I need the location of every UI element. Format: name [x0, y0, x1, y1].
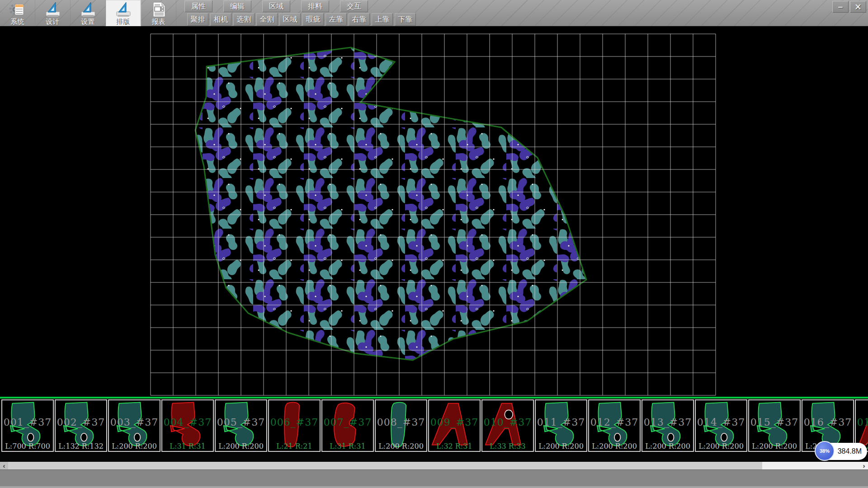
pattern-thumbnail[interactable]: 002_#37 L:132 R:132 — [55, 399, 107, 452]
menu-edit[interactable]: 编辑 — [223, 0, 251, 12]
tool-align-right[interactable]: 右靠 — [349, 13, 370, 26]
pattern-id-label: 010_#37 — [482, 417, 533, 428]
pattern-thumbnail[interactable]: 005_#37 L:200 R:200 — [215, 399, 267, 452]
pattern-id-label: 007_#37 — [322, 417, 373, 428]
pattern-lr-count: L:132 R:132 — [56, 442, 106, 450]
pattern-id-label: 004_#37 — [162, 417, 213, 428]
pattern-thumbnail[interactable]: 006_#37 L:21 R:21 — [268, 399, 321, 452]
pattern-lr-count: L:200 R:200 — [216, 442, 266, 450]
scroll-left-arrow[interactable]: ‹ — [0, 462, 8, 469]
pattern-lr-count: L:200 R:200 — [589, 442, 640, 450]
pattern-thumbnail[interactable]: 001_#37 L:700 R:700 — [1, 399, 54, 452]
window-controls: – ✕ — [831, 1, 866, 13]
tool-camera[interactable]: 相机 — [210, 13, 231, 26]
pattern-id-label: 011_#37 — [536, 417, 586, 428]
pattern-lr-count: L:33 R:33 — [482, 442, 533, 450]
tab-system[interactable]: 系统 — [0, 0, 35, 26]
pattern-thumbnail[interactable]: 010_#37 L:33 R:33 — [481, 399, 534, 452]
tool-cut-all[interactable]: 全割 — [256, 13, 278, 26]
tab-report[interactable]: 报表 — [141, 0, 176, 26]
pattern-lr-count: L:200 R:200 — [749, 442, 800, 450]
tab-design-label: 设计 — [46, 18, 60, 25]
pattern-lr-count: L:32 R:31 — [429, 442, 480, 450]
pattern-id-label: 017_#37 — [856, 417, 868, 428]
tab-system-label: 系统 — [11, 18, 24, 25]
canvas-svg — [0, 26, 868, 397]
pattern-thumbnail[interactable]: 012_#37 L:200 R:200 — [588, 399, 641, 452]
menu-row-tools: 聚排 相机 选割 全割 区域 瑕疵 左靠 右靠 上靠 下靠 — [187, 13, 418, 26]
menu-region[interactable]: 区域 — [262, 0, 290, 12]
tab-layout-active[interactable]: 排版 — [106, 0, 141, 26]
pattern-lr-count: L:200 R:200 — [376, 442, 426, 450]
pattern-id-label: 014_#37 — [696, 417, 746, 428]
pattern-lr-count: L:31 R:31 — [162, 442, 213, 450]
settings-ruler-icon — [80, 1, 97, 18]
pattern-lr-count: L:200 R:200 — [536, 442, 586, 450]
tool-align-top[interactable]: 上靠 — [372, 13, 393, 26]
nesting-app-window: 系统 设计 设置 — [0, 0, 868, 488]
menu-nesting[interactable]: 排料 — [301, 0, 329, 12]
pattern-lr-count: L:200 R:200 — [642, 442, 693, 450]
pattern-thumbnail[interactable]: 013_#37 L:200 R:200 — [642, 399, 694, 452]
menu-interaction[interactable]: 交互 — [340, 0, 368, 12]
tab-settings[interactable]: 设置 — [71, 0, 106, 26]
main-tab-bar: 系统 设计 设置 — [0, 0, 176, 26]
pattern-thumbnail[interactable]: 008_#37 L:200 R:200 — [375, 399, 427, 452]
progress-circle[interactable]: 38% — [815, 441, 835, 461]
pattern-id-label: 005_#37 — [216, 417, 266, 428]
status-bar — [0, 469, 868, 488]
pattern-id-label: 008_#37 — [376, 417, 426, 428]
pattern-id-label: 003_#37 — [109, 417, 160, 428]
menu-properties[interactable]: 属性 — [184, 0, 212, 12]
layout-ruler-icon — [115, 1, 132, 18]
pattern-thumbnail[interactable]: 011_#37 L:200 R:200 — [535, 399, 587, 452]
pattern-id-label: 013_#37 — [642, 417, 693, 428]
tab-report-label: 报表 — [152, 18, 165, 25]
pattern-thumbnail[interactable]: 014_#37 L:200 R:200 — [695, 399, 747, 452]
pattern-thumbnail[interactable]: 015_#37 L:200 R:200 — [748, 399, 801, 452]
tab-design[interactable]: 设计 — [35, 0, 71, 26]
hide-outline[interactable] — [195, 47, 586, 360]
tool-region[interactable]: 区域 — [279, 13, 301, 26]
tool-defect[interactable]: 瑕疵 — [302, 13, 324, 26]
pattern-id-label: 012_#37 — [589, 417, 640, 428]
tool-align-bottom[interactable]: 下靠 — [395, 13, 416, 26]
tool-align-left[interactable]: 左靠 — [326, 13, 347, 26]
tool-select-cut[interactable]: 选割 — [233, 13, 255, 26]
system-gear-icon — [9, 1, 26, 18]
pattern-lr-count: L:31 R:31 — [322, 442, 373, 450]
tab-layout-label: 排版 — [117, 18, 130, 25]
pattern-thumbnail[interactable]: 009_#37 L:32 R:31 — [428, 399, 481, 452]
pattern-lr-count: L:200 R:200 — [696, 442, 746, 450]
horizontal-scrollbar[interactable]: ‹ › — [0, 462, 868, 469]
design-ruler-icon — [44, 1, 61, 18]
tool-cluster-nest[interactable]: 聚排 — [187, 13, 208, 26]
pattern-id-label: 002_#37 — [56, 417, 106, 428]
pattern-thumbnail[interactable]: 007_#37 L:31 R:31 — [321, 399, 374, 452]
report-document-icon — [150, 1, 167, 18]
thumbnail-strip: 001_#37 L:700 R:700 002_#37 L:132 R:132 … — [0, 399, 868, 462]
pattern-id-label: 016_#37 — [802, 417, 853, 428]
pattern-lr-count: L:21 R:21 — [269, 442, 320, 450]
pattern-id-label: 006_#37 — [269, 417, 320, 428]
scrollbar-thumb[interactable] — [8, 462, 762, 469]
memory-usage-badge: 384.8M 38% — [815, 441, 868, 461]
scroll-right-arrow[interactable]: › — [860, 462, 868, 469]
pattern-id-label: 015_#37 — [749, 417, 800, 428]
menu-row-primary: 属性 编辑 区域 排料 交互 — [184, 0, 379, 12]
pattern-thumbnail[interactable]: 004_#37 L:31 R:31 — [161, 399, 214, 452]
tab-settings-label: 设置 — [81, 18, 95, 25]
pattern-id-label: 001_#37 — [2, 417, 53, 428]
pattern-lr-count: L:700 R:700 — [2, 442, 53, 450]
close-button[interactable]: ✕ — [850, 1, 866, 13]
pattern-lr-count: L:200 R:200 — [109, 442, 160, 450]
pattern-id-label: 009_#37 — [429, 417, 480, 428]
minimize-button[interactable]: – — [832, 1, 849, 13]
toolbar: 系统 设计 设置 — [0, 0, 868, 26]
nesting-canvas[interactable] — [0, 26, 868, 397]
pattern-thumbnail[interactable]: 003_#37 L:200 R:200 — [108, 399, 160, 452]
